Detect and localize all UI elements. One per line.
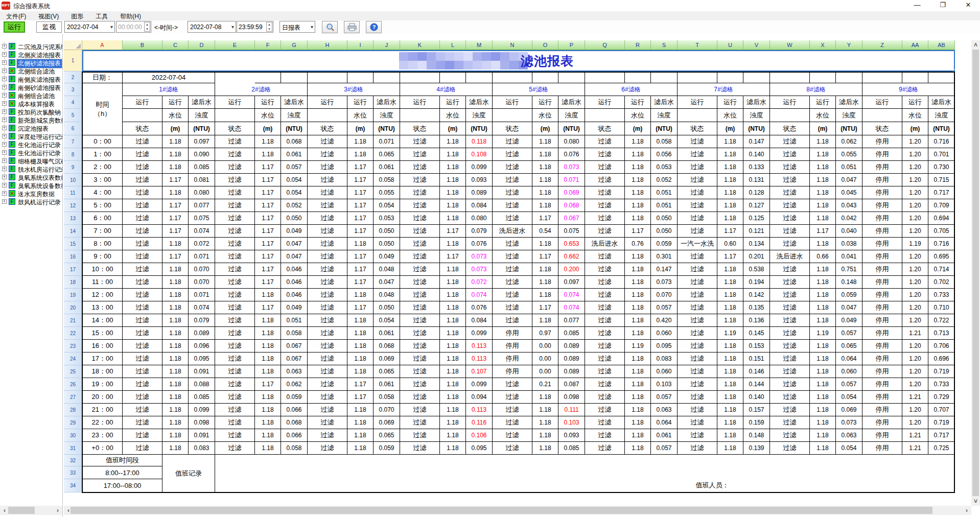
time-cell[interactable]: 20：00 <box>82 391 123 404</box>
state-cell[interactable]: 过滤 <box>770 391 810 404</box>
level-cell[interactable]: 1.18 <box>162 301 189 314</box>
level-cell[interactable]: 1.18 <box>255 289 281 301</box>
turbidity-cell[interactable]: 0.707 <box>928 404 955 416</box>
state-cell[interactable]: 过滤 <box>400 404 440 416</box>
sub-header[interactable] <box>585 109 625 122</box>
level-cell[interactable]: 1.18 <box>440 314 466 327</box>
level-cell[interactable]: 1.18 <box>717 289 743 301</box>
level-cell[interactable]: 1.18 <box>440 199 466 212</box>
state-cell[interactable]: 过滤 <box>308 276 347 289</box>
expand-icon[interactable]: + <box>2 101 7 106</box>
time-cell[interactable]: 13：00 <box>82 301 123 314</box>
state-cell[interactable]: 停用 <box>862 289 902 301</box>
level-cell[interactable]: 1.18 <box>255 135 281 148</box>
state-cell[interactable]: 过滤 <box>493 186 532 199</box>
close-button[interactable]: ✕ <box>956 0 980 11</box>
state-cell[interactable]: 过滤 <box>493 148 532 161</box>
turbidity-cell[interactable]: 0.140 <box>743 391 770 404</box>
level-cell[interactable]: 1.20 <box>902 250 928 263</box>
filter-group-header[interactable]: 2#滤格 <box>215 83 308 96</box>
turbidity-cell[interactable]: 0.538 <box>743 263 770 276</box>
level-cell[interactable]: 1.17 <box>347 186 374 199</box>
state-cell[interactable]: 过滤 <box>215 186 255 199</box>
state-cell[interactable]: 过滤 <box>400 135 440 148</box>
turbidity-cell[interactable]: 0.054 <box>836 442 862 455</box>
level-cell[interactable]: 1.18 <box>440 378 466 391</box>
state-cell[interactable]: 过滤 <box>678 276 717 289</box>
state-cell[interactable]: 过滤 <box>493 250 532 263</box>
level-cell[interactable]: 1.18 <box>717 276 743 289</box>
turbidity-cell[interactable]: 0.063 <box>651 404 678 416</box>
empty-cell[interactable] <box>374 72 400 83</box>
state-cell[interactable]: 过滤 <box>585 404 625 416</box>
turbidity-cell[interactable]: 0.146 <box>743 365 770 378</box>
state-cell[interactable]: 过滤 <box>123 161 162 174</box>
turbidity-cell[interactable]: 0.066 <box>281 429 308 442</box>
sub-header[interactable]: (m) <box>902 122 928 135</box>
empty-cell[interactable] <box>440 72 466 83</box>
turbidity-cell[interactable]: 0.038 <box>836 238 862 250</box>
level-cell[interactable]: 1.17 <box>255 174 281 186</box>
level-cell[interactable]: 1.18 <box>162 404 189 416</box>
turbidity-cell[interactable]: 0.072 <box>189 238 215 250</box>
turbidity-cell[interactable]: 0.093 <box>466 174 493 186</box>
row-header-28[interactable]: 28 <box>64 404 82 416</box>
turbidity-cell[interactable]: 0.695 <box>928 250 955 263</box>
turbidity-cell[interactable]: 0.079 <box>189 314 215 327</box>
time-cell[interactable]: 19：00 <box>82 378 123 391</box>
state-cell[interactable]: 过滤 <box>770 148 810 161</box>
sub-header[interactable]: (m) <box>162 122 189 135</box>
empty-cell[interactable] <box>400 72 440 83</box>
level-cell[interactable]: 0.76 <box>625 238 651 250</box>
level-cell[interactable]: 1.19 <box>625 340 651 353</box>
filter-group-header[interactable]: 3#滤格 <box>308 83 400 96</box>
state-cell[interactable]: 过滤 <box>678 340 717 353</box>
turbidity-cell[interactable]: 0.071 <box>189 289 215 301</box>
turbidity-cell[interactable]: 0.719 <box>928 416 955 429</box>
state-cell[interactable]: 停用 <box>493 327 532 340</box>
state-cell[interactable]: 过滤 <box>770 429 810 442</box>
state-cell[interactable]: 过滤 <box>400 212 440 225</box>
state-cell[interactable]: 过滤 <box>215 314 255 327</box>
turbidity-cell[interactable]: 0.147 <box>651 263 678 276</box>
level-cell[interactable]: 1.17 <box>347 301 374 314</box>
expand-icon[interactable]: + <box>2 109 7 114</box>
level-cell[interactable]: 1.18 <box>347 135 374 148</box>
turbidity-cell[interactable]: 0.098 <box>189 416 215 429</box>
turbidity-cell[interactable]: 0.116 <box>466 416 493 429</box>
sub-header[interactable]: (m) <box>810 122 836 135</box>
turbidity-cell[interactable]: 0.057 <box>651 391 678 404</box>
state-cell[interactable]: 过滤 <box>770 314 810 327</box>
turbidity-cell[interactable]: 0.069 <box>374 416 400 429</box>
level-cell[interactable]: 1.18 <box>162 263 189 276</box>
time-cell[interactable]: 3：00 <box>82 174 123 186</box>
sheet-vscrollbar[interactable]: ˄ ˅ <box>971 40 980 506</box>
level-cell[interactable]: 1.18 <box>532 161 558 174</box>
sub-header[interactable]: (m) <box>625 122 651 135</box>
column-header-J[interactable]: J <box>374 40 400 50</box>
turbidity-cell[interactable]: 0.067 <box>281 353 308 365</box>
turbidity-cell[interactable]: 0.136 <box>743 314 770 327</box>
state-cell[interactable]: 过滤 <box>123 135 162 148</box>
turbidity-cell[interactable]: 0.076 <box>558 148 585 161</box>
sidebar-item[interactable]: +F生化池运行记录 <box>0 149 62 157</box>
sub-header[interactable]: 状态 <box>215 122 255 135</box>
empty-cell[interactable] <box>651 72 678 83</box>
state-cell[interactable]: 过滤 <box>308 340 347 353</box>
level-cell[interactable]: 1.18 <box>440 148 466 161</box>
expand-icon[interactable]: + <box>2 44 7 49</box>
row-header-12[interactable]: 12 <box>64 199 82 212</box>
turbidity-cell[interactable]: 0.067 <box>281 340 308 353</box>
level-cell[interactable]: 1.18 <box>532 186 558 199</box>
empty-cell[interactable] <box>281 72 308 83</box>
level-cell[interactable]: 1.17 <box>347 391 374 404</box>
column-header-L[interactable]: L <box>440 40 466 50</box>
turbidity-cell[interactable]: 0.121 <box>743 225 770 238</box>
state-cell[interactable]: 过滤 <box>585 276 625 289</box>
turbidity-cell[interactable]: 0.063 <box>836 429 862 442</box>
expand-icon[interactable]: + <box>2 167 7 171</box>
state-cell[interactable]: 过滤 <box>215 404 255 416</box>
column-header-S[interactable]: S <box>651 40 678 50</box>
sub-header[interactable]: 运行 <box>810 96 836 109</box>
level-cell[interactable]: 1.18 <box>440 174 466 186</box>
